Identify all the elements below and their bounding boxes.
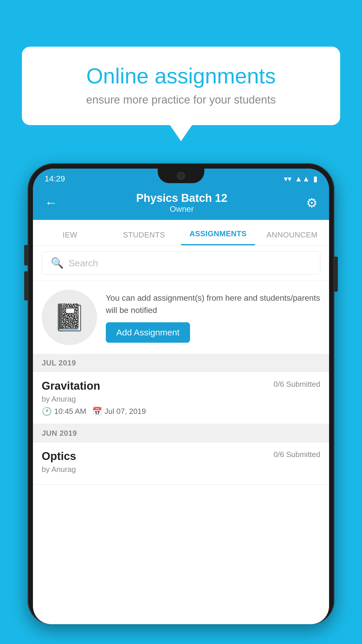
back-button[interactable]: ← [45, 195, 57, 210]
search-bar[interactable]: 🔍 Search [42, 251, 320, 275]
assignment-time-value: 10:45 AM [54, 407, 86, 416]
assignment-item-optics[interactable]: Optics 0/6 Submitted by Anurag [33, 442, 329, 485]
assignment-time-gravitation: 🕐 10:45 AM [42, 407, 86, 416]
speech-bubble: Online assignments ensure more practice … [22, 47, 340, 125]
search-icon: 🔍 [51, 257, 64, 269]
clock-icon: 🕐 [42, 407, 52, 416]
section-header-jul: JUL 2019 [33, 354, 329, 372]
bubble-subtitle: ensure more practice for your students [45, 94, 317, 106]
bubble-title: Online assignments [45, 64, 317, 88]
header-center: Physics Batch 12 Owner [136, 192, 227, 214]
phone-container: 14:29 ▾▾ ▲▲ ▮ ← Physics Batch 12 Owner ⚙… [28, 163, 334, 644]
assignment-meta-gravitation: 🕐 10:45 AM 📅 Jul 07, 2019 [42, 407, 320, 416]
tab-announcements[interactable]: ANNOUNCEM [255, 230, 329, 245]
search-container: 🔍 Search [33, 246, 329, 281]
phone-body: 14:29 ▾▾ ▲▲ ▮ ← Physics Batch 12 Owner ⚙… [28, 163, 334, 624]
assignment-title-gravitation: Gravitation [42, 380, 100, 392]
assignment-top: Gravitation 0/6 Submitted [42, 380, 320, 392]
app-header: ← Physics Batch 12 Owner ⚙ [33, 186, 329, 220]
status-time: 14:29 [45, 174, 65, 183]
status-icons: ▾▾ ▲▲ ▮ [284, 174, 317, 183]
assignment-submitted-gravitation: 0/6 Submitted [274, 380, 320, 389]
info-section: 📓 You can add assignment(s) from here an… [33, 281, 329, 354]
tab-students[interactable]: STUDENTS [107, 230, 181, 245]
header-subtitle: Owner [136, 204, 227, 214]
info-description: You can add assignment(s) from here and … [106, 292, 320, 316]
notebook-icon-circle: 📓 [42, 290, 97, 345]
tab-assignments[interactable]: ASSIGNMENTS [181, 229, 255, 245]
info-text-block: You can add assignment(s) from here and … [106, 292, 320, 343]
phone-camera [177, 172, 185, 180]
settings-icon[interactable]: ⚙ [306, 195, 317, 210]
assignment-by-gravitation: by Anurag [42, 395, 320, 404]
assignment-submitted-optics: 0/6 Submitted [274, 450, 320, 459]
phone-screen: 14:29 ▾▾ ▲▲ ▮ ← Physics Batch 12 Owner ⚙… [33, 169, 329, 624]
wifi-icon: ▾▾ [284, 174, 291, 183]
battery-icon: ▮ [313, 174, 317, 183]
tab-iew[interactable]: IEW [33, 230, 107, 245]
notebook-icon: 📓 [53, 302, 86, 333]
calendar-icon: 📅 [92, 407, 102, 416]
power-button [334, 257, 338, 292]
search-placeholder: Search [68, 258, 98, 269]
add-assignment-button[interactable]: Add Assignment [106, 322, 190, 343]
speech-bubble-container: Online assignments ensure more practice … [22, 47, 340, 125]
header-title: Physics Batch 12 [136, 192, 227, 204]
vol-down-button [24, 271, 28, 300]
assignment-date-gravitation: 📅 Jul 07, 2019 [92, 407, 146, 416]
assignment-date-value: Jul 07, 2019 [105, 407, 146, 416]
vol-up-button [24, 245, 28, 265]
assignment-item-gravitation[interactable]: Gravitation 0/6 Submitted by Anurag 🕐 10… [33, 372, 329, 424]
assignment-title-optics: Optics [42, 450, 76, 463]
signal-icon: ▲▲ [295, 174, 310, 183]
phone-notch [158, 169, 204, 183]
tabs-container: IEW STUDENTS ASSIGNMENTS ANNOUNCEM [33, 220, 329, 246]
assignment-top-optics: Optics 0/6 Submitted [42, 450, 320, 463]
assignment-by-optics: by Anurag [42, 465, 320, 474]
section-header-jun: JUN 2019 [33, 424, 329, 442]
